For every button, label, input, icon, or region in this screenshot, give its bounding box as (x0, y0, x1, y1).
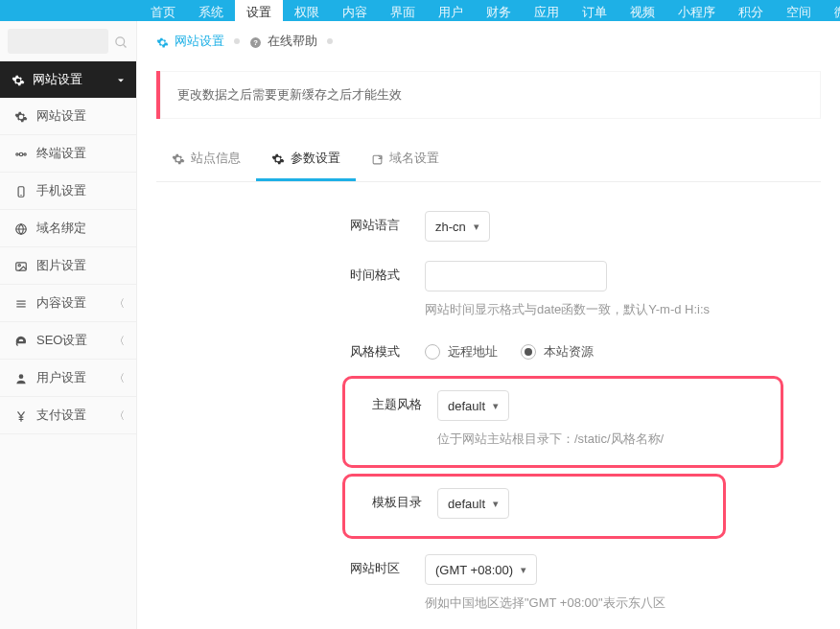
help-theme: 位于网站主站根目录下：/static/风格名称/ (437, 431, 771, 448)
radio-remote-label: 远程地址 (448, 343, 498, 361)
sidebar-item[interactable]: 终端设置 (0, 135, 136, 173)
sidebar-group-label: 内容设置 (36, 294, 86, 312)
chevron-left-icon: 〈 (114, 334, 125, 348)
sidebar-item-label: 图片设置 (36, 257, 86, 274)
sidebar-item[interactable]: 域名绑定 (0, 210, 136, 247)
caret-icon: ▾ (493, 498, 499, 510)
chevron-left-icon: 〈 (114, 408, 125, 423)
tab[interactable]: 参数设置 (256, 138, 356, 181)
main-content: 网站设置 ? 在线帮助 更改数据之后需要更新缓存之后才能生效 站点信息参数设置域… (137, 21, 840, 629)
breadcrumb-separator (327, 38, 333, 44)
top-nav: 首页系统设置权限内容界面用户财务应用订单视频小程序积分空间微信 (0, 0, 840, 21)
nav-item[interactable]: 空间 (775, 0, 823, 21)
sidebar-group[interactable]: 内容设置〈 (0, 285, 136, 322)
nav-item[interactable]: 积分 (727, 0, 775, 21)
nav-item[interactable]: 系统 (187, 0, 235, 21)
mobile-icon (13, 183, 29, 198)
breadcrumb-separator (234, 38, 240, 44)
nav-item[interactable]: 首页 (139, 0, 187, 21)
highlight-theme: 主题风格 default ▾ 位于网站主站根目录下：/static/风格名称/ (342, 376, 783, 468)
label-theme: 主题风格 (355, 390, 437, 413)
radio-local-label: 本站资源 (544, 343, 594, 361)
radio-dot (425, 344, 440, 360)
alert-banner: 更改数据之后需要更新缓存之后才能生效 (156, 71, 821, 119)
sidebar-header[interactable]: 网站设置 (0, 61, 136, 98)
chevron-left-icon: 〈 (114, 371, 125, 385)
nav-item[interactable]: 内容 (331, 0, 379, 21)
yen-icon (13, 408, 29, 423)
alert-text: 更改数据之后需要更新缓存之后才能生效 (177, 87, 402, 102)
label-template: 模板目录 (355, 488, 437, 511)
breadcrumb-help-label: 在线帮助 (268, 33, 317, 50)
ie-icon (13, 333, 29, 348)
chevron-left-icon: 〈 (114, 296, 125, 311)
tabs: 站点信息参数设置域名设置 (156, 138, 821, 182)
select-template[interactable]: default ▾ (437, 488, 509, 519)
sidebar-group-label: 用户设置 (36, 369, 86, 386)
sidebar-item-label: 域名绑定 (36, 220, 86, 237)
search-icon[interactable] (114, 33, 128, 50)
tab[interactable]: 域名设置 (356, 138, 455, 181)
sidebar-item-label: 终端设置 (36, 145, 86, 162)
tab-label: 站点信息 (191, 150, 241, 167)
share-icon (371, 151, 384, 165)
user-icon (13, 370, 29, 385)
nav-item[interactable]: 界面 (379, 0, 427, 21)
nav-item[interactable]: 应用 (523, 0, 571, 21)
sidebar-group[interactable]: SEO设置〈 (0, 322, 136, 360)
radio-dot (521, 344, 536, 360)
label-stylemode: 风格模式 (156, 338, 425, 361)
svg-point-3 (16, 153, 18, 155)
radio-group-stylemode: 远程地址 本站资源 (425, 338, 821, 361)
svg-line-1 (123, 44, 126, 47)
nav-item[interactable]: 微信 (823, 0, 840, 21)
nav-item[interactable]: 财务 (475, 0, 523, 21)
select-language[interactable]: zh-cn ▾ (425, 211, 490, 242)
sidebar-group[interactable]: 支付设置〈 (0, 397, 136, 434)
breadcrumb-current-label: 网站设置 (175, 33, 224, 50)
gear-icon (156, 34, 169, 48)
nav-item[interactable]: 用户 (427, 0, 475, 21)
svg-text:?: ? (253, 38, 258, 47)
sidebar-item[interactable]: 手机设置 (0, 173, 136, 210)
svg-point-2 (19, 152, 23, 156)
row-stylemode: 风格模式 远程地址 本站资源 (156, 328, 821, 370)
breadcrumb-current[interactable]: 网站设置 (156, 33, 224, 50)
select-timezone[interactable]: (GMT +08:00) ▾ (425, 554, 537, 585)
row-language: 网站语言 zh-cn ▾ (156, 201, 821, 251)
caret-icon: ▾ (521, 564, 526, 576)
gear-icon (13, 108, 29, 124)
row-theme: 主题风格 default ▾ 位于网站主站根目录下：/static/风格名称/ (355, 386, 771, 452)
nav-item[interactable]: 小程序 (666, 0, 727, 21)
radio-remote[interactable]: 远程地址 (425, 343, 498, 361)
search-input[interactable] (8, 29, 108, 54)
help-timeformat: 网站时间显示格式与date函数一致，默认Y-m-d H:i:s (425, 301, 821, 318)
svg-point-11 (18, 264, 20, 266)
nav-item[interactable]: 订单 (571, 0, 618, 21)
tab-label: 参数设置 (291, 150, 340, 167)
select-theme-value: default (448, 399, 485, 413)
settings-form: 网站语言 zh-cn ▾ 时间格式 网站时间显示格式与date函数一致，默认Y-… (137, 182, 840, 629)
sidebar-group[interactable]: 用户设置〈 (0, 360, 136, 397)
row-timeformat: 时间格式 网站时间显示格式与date函数一致，默认Y-m-d H:i:s (156, 251, 821, 328)
input-timeformat[interactable] (425, 261, 607, 291)
label-timeformat: 时间格式 (156, 261, 425, 284)
globe-icon (13, 221, 29, 236)
devices-icon (13, 146, 29, 161)
nav-item[interactable]: 设置 (235, 0, 283, 21)
chevron-down-icon (115, 73, 127, 87)
sidebar-item-label: 网站设置 (36, 107, 86, 125)
tab-label: 域名设置 (389, 150, 439, 167)
help-timezone: 例如中国地区选择"GMT +08:00"表示东八区 (425, 594, 821, 612)
row-timezone: 网站时区 (GMT +08:00) ▾ 例如中国地区选择"GMT +08:00"… (156, 545, 821, 621)
nav-item[interactable]: 权限 (283, 0, 331, 21)
breadcrumb: 网站设置 ? 在线帮助 (137, 21, 840, 61)
sidebar-item[interactable]: 网站设置 (0, 98, 136, 135)
sidebar-item[interactable]: 图片设置 (0, 247, 136, 285)
tab[interactable]: 站点信息 (156, 138, 256, 181)
breadcrumb-help[interactable]: ? 在线帮助 (249, 33, 317, 50)
radio-local[interactable]: 本站资源 (521, 343, 594, 361)
select-theme[interactable]: default ▾ (437, 390, 509, 421)
svg-point-4 (24, 153, 26, 155)
nav-item[interactable]: 视频 (618, 0, 666, 21)
